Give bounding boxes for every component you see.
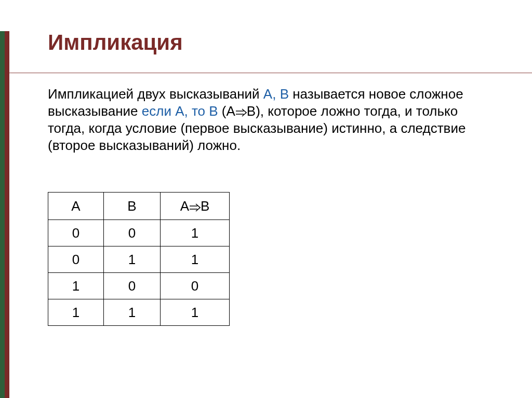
- table-header-result: AB: [161, 193, 230, 220]
- table-row: 1 0 0: [48, 273, 230, 299]
- paragraph-text: (A: [218, 103, 235, 119]
- cell-b: 1: [104, 246, 161, 273]
- cell-a: 1: [48, 299, 104, 326]
- paragraph-condition: если А, то В: [142, 103, 218, 119]
- title-divider: [9, 73, 532, 73]
- table-row: 0 0 1: [48, 220, 230, 246]
- paragraph-variables: А, В: [263, 86, 289, 102]
- slide: Импликация Импликацией двух высказываний…: [0, 0, 532, 398]
- slide-title: Импликация: [48, 30, 183, 55]
- cell-b: 0: [104, 273, 161, 299]
- cell-a: 0: [48, 246, 104, 273]
- cell-b: 1: [104, 299, 161, 326]
- table-row: 1 1 1: [48, 299, 230, 326]
- cell-result: 1: [161, 299, 230, 326]
- header-result-right: B: [201, 198, 209, 214]
- accent-green-band: [0, 31, 5, 398]
- header-result-left: A: [180, 198, 189, 214]
- body-paragraph: Импликацией двух высказываний А, В назыв…: [48, 86, 484, 154]
- table-row: 0 1 1: [48, 246, 230, 273]
- table-header-a: A: [48, 193, 104, 220]
- side-accent-bar: [0, 31, 9, 398]
- table-header-row: A B AB: [48, 193, 230, 220]
- implies-icon: [189, 199, 201, 215]
- truth-table: A B AB 0 0 1 0 1 1 1 0 0 1: [48, 192, 230, 326]
- cell-result: 0: [161, 273, 230, 299]
- cell-a: 0: [48, 220, 104, 246]
- table-header-b: B: [104, 193, 161, 220]
- paragraph-text: Импликацией двух высказываний: [48, 86, 263, 102]
- cell-a: 1: [48, 273, 104, 299]
- accent-maroon-band: [5, 31, 9, 398]
- cell-result: 1: [161, 220, 230, 246]
- implies-icon: [235, 104, 247, 121]
- cell-result: 1: [161, 246, 230, 273]
- cell-b: 0: [104, 220, 161, 246]
